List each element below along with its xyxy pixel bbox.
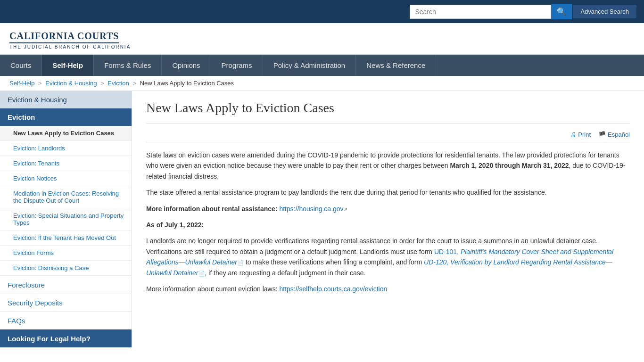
rental-label: More information about rental assistance… [146, 205, 279, 213]
breadcrumb-eviction-housing[interactable]: Eviction & Housing [45, 80, 97, 87]
top-bar: 🔍 Advanced Search [0, 0, 644, 23]
sidebar-sub-new-laws-apply-to-eviction-cases: New Laws Apply to Eviction Cases [0, 126, 132, 141]
search-icon: 🔍 [557, 8, 566, 16]
sidebar-looking-legal-help[interactable]: Looking For Legal Help? [0, 329, 132, 347]
breadcrumb-current: New Laws Apply to Eviction Cases [140, 80, 234, 87]
sidebar-section-eviction-housing[interactable]: Eviction & Housing [0, 91, 132, 108]
nav-item-self-help[interactable]: Self-Help [42, 55, 94, 76]
breadcrumb: Self-Help > Eviction & Housing > Evictio… [0, 76, 644, 91]
current-laws-label: More information about current eviction … [146, 285, 279, 293]
nav-item-programs[interactable]: Programs [211, 55, 263, 76]
breadcrumb-self-help[interactable]: Self-Help [9, 80, 34, 87]
sidebar-section-security-deposits[interactable]: Security Deposits [0, 294, 132, 312]
main-nav: CourtsSelf-HelpForms & RulesOpinionsProg… [0, 55, 644, 76]
header: CALIFORNIA COURTS THE JUDICIAL BRANCH OF… [0, 23, 644, 55]
print-icon: 🖨 [570, 131, 576, 138]
page-title: New Laws Apply to Eviction Cases [146, 100, 630, 115]
content-para-current-laws: More information about current eviction … [146, 284, 630, 294]
breadcrumb-eviction[interactable]: Eviction [107, 80, 129, 87]
sidebar-sub-mediation-in-eviction-cases-resolving-th[interactable]: Mediation in Eviction Cases: Resolving t… [0, 186, 132, 208]
sidebar-sub-eviction-special-situations-and-property[interactable]: Eviction: Special Situations and Propert… [0, 208, 132, 230]
flag-icon: 🏴 [598, 131, 606, 138]
search-form: 🔍 Advanced Search [410, 4, 636, 19]
content-divider [146, 123, 630, 123]
ud101-link[interactable]: UD-101 [434, 248, 457, 255]
sidebar-sub-eviction-notices[interactable]: Eviction Notices [0, 171, 132, 186]
search-button[interactable]: 🔍 [551, 4, 572, 19]
sidebar-sub-eviction-if-the-tenant-has-moved-out[interactable]: Eviction: If the Tenant Has Moved Out [0, 230, 132, 246]
breadcrumb-sep-1: > [38, 80, 42, 87]
nav-item-opinions[interactable]: Opinions [162, 55, 211, 76]
breadcrumb-sep-3: > [132, 80, 136, 87]
search-input[interactable] [410, 5, 551, 19]
sidebar-section-foreclosure[interactable]: Foreclosure [0, 276, 132, 294]
espanol-link[interactable]: 🏴 Español [598, 131, 630, 138]
content-para-1: State laws on eviction cases were amende… [146, 150, 630, 181]
print-link[interactable]: 🖨 Print [570, 131, 591, 138]
bold-dates: March 1, 2020 through March 31, 2022 [450, 162, 569, 169]
content-actions: 🖨 Print 🏴 Español [146, 131, 630, 142]
content-body: State laws on eviction cases were amende… [146, 150, 630, 294]
breadcrumb-sep-2: > [100, 80, 104, 87]
main-content: New Laws Apply to Eviction Cases 🖨 Print… [132, 91, 644, 347]
nav-item-news-reference[interactable]: News & Reference [356, 55, 436, 76]
logo-subtitle: THE JUDICIAL BRANCH OF CALIFORNIA [9, 44, 635, 49]
sidebar-sub-eviction-dismissing-a-case[interactable]: Eviction: Dismissing a Case [0, 261, 132, 276]
as-of-label: As of July 1, 2022: [146, 221, 204, 229]
pdf-icon-2: 📄 [198, 271, 205, 276]
sidebar: Eviction & Housing Eviction New Laws App… [0, 91, 132, 347]
logo-title: CALIFORNIA COURTS [9, 31, 119, 43]
pdf-icon-1: 📄 [237, 260, 244, 265]
content-para-rental: More information about rental assistance… [146, 204, 630, 214]
ext-link-icon: ↗ [344, 207, 347, 212]
content-wrapper: Eviction & Housing Eviction New Laws App… [0, 91, 644, 347]
sidebar-sub-eviction-tenants[interactable]: Eviction: Tenants [0, 156, 132, 171]
advanced-search-button[interactable]: Advanced Search [573, 5, 636, 18]
sidebar-section-faqs[interactable]: FAQs [0, 312, 132, 329]
content-para-2: The state offered a rental assistance pr… [146, 187, 630, 197]
nav-item-courts[interactable]: Courts [0, 55, 42, 76]
sidebar-sub-eviction-forms[interactable]: Eviction Forms [0, 246, 132, 261]
content-para-3: Landlords are no longer required to prov… [146, 236, 630, 278]
nav-item-policy-administration[interactable]: Policy & Administration [263, 55, 356, 76]
housing-ca-gov-link[interactable]: https://housing.ca.gov [279, 205, 343, 213]
nav-item-forms-rules[interactable]: Forms & Rules [94, 55, 162, 76]
sidebar-active-eviction[interactable]: Eviction [0, 108, 132, 126]
sidebar-sub-eviction-landlords[interactable]: Eviction: Landlords [0, 141, 132, 156]
selfhelp-courts-link[interactable]: https://selfhelp.courts.ca.gov/eviction [279, 285, 387, 293]
content-para-as-of: As of July 1, 2022: [146, 220, 630, 230]
